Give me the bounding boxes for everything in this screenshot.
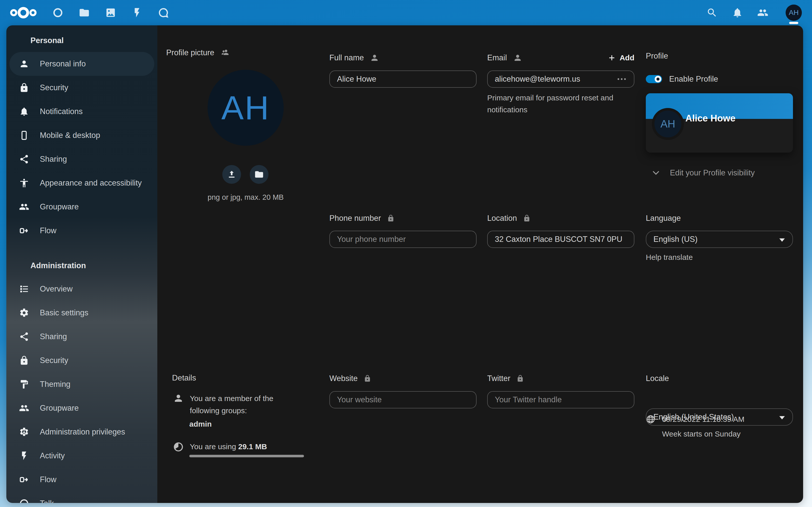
enable-profile-row: Enable Profile xyxy=(646,71,718,87)
nextcloud-logo[interactable] xyxy=(7,5,40,21)
sidebar-item-talk[interactable]: Talk xyxy=(9,492,154,503)
lock-icon[interactable] xyxy=(523,215,530,222)
lock-icon[interactable] xyxy=(516,375,524,382)
week-start-text: Week starts on Sunday xyxy=(662,430,741,438)
help-translate-link[interactable]: Help translate xyxy=(646,253,693,262)
flow-icon xyxy=(19,226,29,236)
user-avatar[interactable]: AH xyxy=(785,5,802,21)
phone-icon xyxy=(19,130,29,140)
sidebar-item-mobile-desktop[interactable]: Mobile & desktop xyxy=(9,123,154,147)
location-input[interactable]: 32 Caxton Place BUSCOT SN7 0PU xyxy=(487,231,635,248)
phone-label: Phone number xyxy=(329,213,395,224)
active-app-indicator xyxy=(789,22,798,24)
accessibility-icon xyxy=(19,178,29,188)
talk-app-icon[interactable] xyxy=(158,7,169,18)
language-label: Language xyxy=(646,213,681,224)
sidebar-item-sharing[interactable]: Sharing xyxy=(9,325,154,349)
group-name: admin xyxy=(189,420,212,429)
sidebar-item-flow[interactable]: Flow xyxy=(9,468,154,492)
sidebar-item-security[interactable]: Security xyxy=(9,76,154,100)
flow-icon xyxy=(19,474,29,485)
contacts-icon xyxy=(19,403,29,413)
full-name-input[interactable]: Alice Howe xyxy=(329,70,476,88)
header-right-actions: AH xyxy=(706,5,802,21)
search-icon[interactable] xyxy=(706,7,718,18)
sidebar-item-notifications[interactable]: Notifications xyxy=(9,100,154,123)
quota-pie-icon xyxy=(173,442,184,452)
sidebar-item-label: Groupware xyxy=(40,202,79,212)
activity-app-icon[interactable] xyxy=(132,7,143,18)
scope-federation-icon[interactable] xyxy=(220,48,230,57)
avatar-upload-hint: png or jpg, max. 20 MB xyxy=(166,193,325,202)
photos-app-icon[interactable] xyxy=(105,7,116,18)
add-email-button[interactable]: Add xyxy=(608,54,635,62)
sidebar-item-label: Personal info xyxy=(40,59,86,68)
share-icon xyxy=(19,154,29,164)
locale-label: Locale xyxy=(646,373,669,384)
sidebar-item-groupware[interactable]: Groupware xyxy=(9,195,154,219)
phone-input[interactable]: Your phone number xyxy=(329,231,476,248)
settings-app-window: PersonalPersonal infoSecurityNotificatio… xyxy=(6,25,803,503)
sidebar-item-personal-info[interactable]: Personal info xyxy=(9,52,154,76)
email-options-menu-icon[interactable] xyxy=(617,77,627,81)
edit-profile-visibility[interactable]: Edit your Profile visibility xyxy=(652,166,755,179)
sidebar-item-appearance-and-accessibility[interactable]: Appearance and accessibility xyxy=(9,171,154,195)
quota-progress-bar xyxy=(189,455,304,457)
notifications-bell-icon[interactable] xyxy=(732,7,743,18)
gear-person-icon xyxy=(19,427,29,437)
sidebar-item-label: Flow xyxy=(40,475,56,484)
sidebar-item-label: Theming xyxy=(40,380,70,389)
list-icon xyxy=(19,284,29,294)
sidebar-item-label: Groupware xyxy=(40,404,79,413)
sidebar-item-activity[interactable]: Activity xyxy=(9,444,154,468)
sidebar-item-label: Security xyxy=(40,356,68,365)
twitter-input[interactable]: Your Twitter handle xyxy=(487,391,635,408)
profile-card-name: Alice Howe xyxy=(686,113,735,124)
scope-person-icon[interactable] xyxy=(513,53,522,62)
email-input[interactable]: alicehowe@teleworm.us xyxy=(487,70,635,88)
contacts-icon[interactable] xyxy=(757,7,768,18)
profile-card-avatar: AH xyxy=(654,111,681,137)
contacts-icon xyxy=(19,202,29,212)
person-icon xyxy=(19,59,29,69)
sidebar-item-label: Appearance and accessibility xyxy=(40,178,142,187)
sidebar-item-flow[interactable]: Flow xyxy=(9,219,154,242)
sidebar-item-label: Notifications xyxy=(40,107,83,116)
sidebar-item-security[interactable]: Security xyxy=(9,349,154,373)
profile-picture-label: Profile picture xyxy=(166,47,230,59)
sidebar-item-label: Activity xyxy=(40,451,65,460)
roller-icon xyxy=(19,379,29,389)
sidebar-item-theming[interactable]: Theming xyxy=(9,373,154,396)
sidebar-item-administration-privileges[interactable]: Administration privileges xyxy=(9,420,154,444)
folder-icon xyxy=(254,170,264,179)
twitter-label: Twitter xyxy=(487,373,524,384)
locale-datetime-row: 09/29/2022 11:18:39 AM xyxy=(646,414,745,424)
dashboard-app-icon[interactable] xyxy=(52,7,63,18)
top-header-bar: AH xyxy=(0,0,812,25)
sidebar-item-basic-settings[interactable]: Basic settings xyxy=(9,301,154,325)
caret-down-icon xyxy=(779,415,785,420)
caret-down-icon xyxy=(779,238,785,242)
email-header-row: Email Add xyxy=(487,52,635,64)
upload-avatar-button[interactable] xyxy=(222,165,241,184)
files-app-icon[interactable] xyxy=(79,7,90,18)
lock-icon[interactable] xyxy=(364,375,371,382)
sidebar-item-label: Sharing xyxy=(40,155,67,164)
settings-sidebar: PersonalPersonal infoSecurityNotificatio… xyxy=(6,25,157,503)
language-select[interactable]: English (US) xyxy=(646,231,793,248)
groups-text: You are a member of the following groups… xyxy=(190,392,301,417)
talk-icon xyxy=(19,498,29,503)
profile-heading: Profile xyxy=(646,50,668,62)
enable-profile-toggle[interactable] xyxy=(646,75,662,83)
details-heading: Details xyxy=(172,372,196,384)
choose-from-files-button[interactable] xyxy=(250,165,268,184)
sidebar-item-sharing[interactable]: Sharing xyxy=(9,147,154,171)
sidebar-item-groupware[interactable]: Groupware xyxy=(9,396,154,420)
profile-preview-card[interactable]: Alice Howe AH xyxy=(646,93,793,153)
sidebar-item-overview[interactable]: Overview xyxy=(9,277,154,301)
sidebar-item-label: Sharing xyxy=(40,332,67,341)
lock-icon[interactable] xyxy=(387,215,395,222)
website-input[interactable]: Your website xyxy=(329,391,476,408)
scope-person-icon[interactable] xyxy=(370,53,379,62)
upload-icon xyxy=(227,170,237,179)
